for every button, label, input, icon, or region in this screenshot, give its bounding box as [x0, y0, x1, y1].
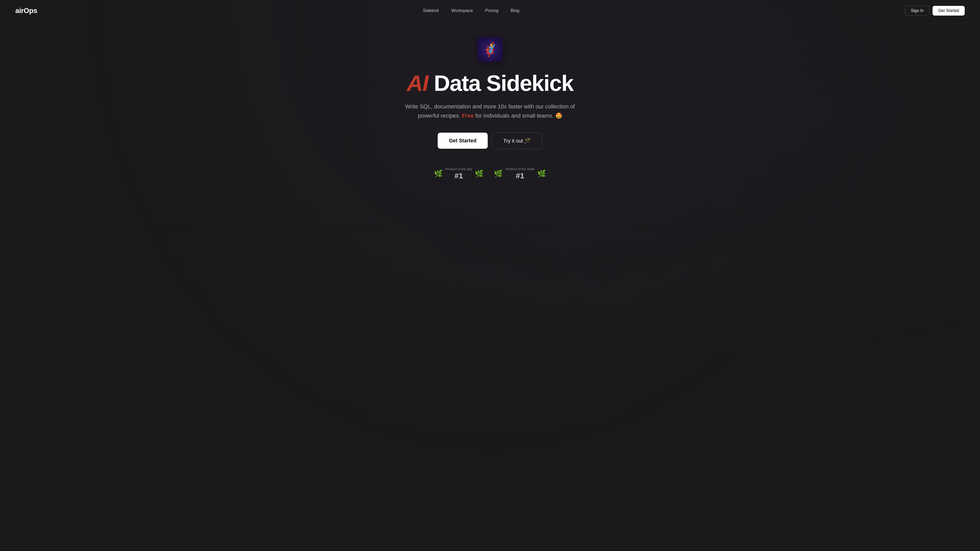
navbar: airOps Sidekick Workspace Pricing Blog S…	[0, 0, 980, 21]
nav-link-blog[interactable]: Blog	[511, 8, 519, 13]
award-week-rank: #1	[505, 171, 535, 180]
laurel-left-day: 🌿	[434, 169, 443, 178]
hero-get-started-button[interactable]: Get Started	[438, 133, 488, 149]
award-day-text: Product of the day #1	[445, 167, 473, 180]
laurel-right-day: 🌿	[475, 169, 484, 178]
laurel-right-week: 🌿	[537, 169, 546, 178]
award-week-text: Product of the week #1	[505, 167, 535, 180]
nav-link-pricing[interactable]: Pricing	[485, 8, 498, 13]
hero-buttons: Get Started Try it out 🪄	[438, 132, 542, 149]
award-week-label: Product of the week	[505, 167, 535, 171]
logo-text: airOps	[15, 6, 37, 14]
hero-subtitle: Write SQL, documentation and more 10x fa…	[398, 102, 582, 120]
nav-actions: Sign In Get Started	[905, 6, 965, 16]
hero-section: 🦸 AI Data Sidekick Write SQL, documentat…	[0, 21, 980, 190]
awards-section: 🌿 Product of the day #1 🌿 🌿 Product of t…	[434, 165, 546, 180]
nav-link-workspace[interactable]: Workspace	[451, 8, 473, 13]
hero-title-ai: AI	[407, 70, 428, 96]
hero-subtitle-free: Free	[462, 113, 474, 119]
award-day-rank: #1	[445, 171, 473, 180]
hero-icon-emoji: 🦸	[482, 43, 498, 56]
nav-get-started-button[interactable]: Get Started	[932, 6, 965, 16]
award-week-badge: 🌿 Product of the week #1 🌿	[494, 167, 546, 180]
nav-link-sidekick[interactable]: Sidekick	[423, 8, 439, 13]
hero-icon: 🦸	[477, 37, 503, 62]
laurel-left-week: 🌿	[494, 169, 503, 178]
hero-title: AI Data Sidekick	[407, 71, 573, 95]
award-day-badge: 🌿 Product of the day #1 🌿	[434, 167, 484, 180]
hero-subtitle-part2: for individuals and small teams. 🤩	[474, 113, 562, 119]
award-day-label: Product of the day	[445, 167, 473, 171]
nav-links: Sidekick Workspace Pricing Blog	[423, 8, 519, 13]
signin-button[interactable]: Sign In	[905, 6, 929, 16]
award-day: 🌿 Product of the day #1 🌿	[434, 167, 484, 180]
award-week: 🌿 Product of the week #1 🌿	[494, 167, 546, 180]
hero-title-rest: Data Sidekick	[428, 70, 573, 96]
hero-try-it-out-button[interactable]: Try it out 🪄	[492, 132, 542, 149]
brand-logo[interactable]: airOps	[15, 6, 37, 15]
